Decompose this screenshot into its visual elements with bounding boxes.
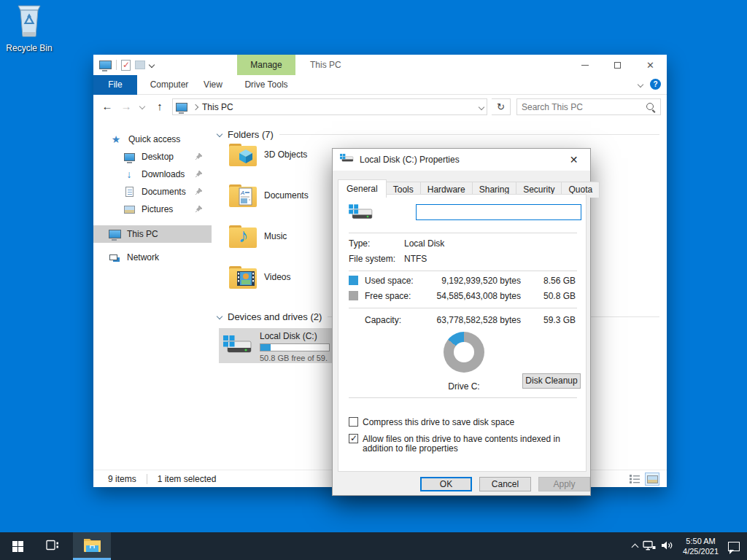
tab-computer[interactable]: Computer: [140, 75, 198, 95]
forward-icon[interactable]: →: [118, 98, 134, 115]
address-row: ← → ↑ This PC ↻: [93, 96, 667, 117]
divider: [147, 474, 147, 484]
folder-tile-3d-objects[interactable]: 3D Objects: [229, 144, 307, 166]
close-button[interactable]: ✕: [634, 55, 667, 75]
refresh-icon: ↻: [497, 101, 505, 112]
sidebar-item-label: This PC: [127, 229, 158, 239]
refresh-button[interactable]: ↻: [492, 98, 511, 115]
network-icon[interactable]: [643, 540, 656, 553]
music-note-icon: ♪: [239, 226, 249, 246]
group-label: Folders (7): [228, 129, 274, 140]
pin-icon: [195, 205, 203, 215]
computer-icon[interactable]: [99, 61, 112, 69]
folder-icon: A: [229, 184, 257, 207]
sidebar-item-network[interactable]: Network: [93, 249, 212, 266]
search-box[interactable]: [516, 98, 661, 115]
size-value: 50.8 GB: [543, 289, 576, 303]
thumbnail-view-button[interactable]: [645, 472, 659, 486]
divider: [349, 308, 577, 308]
action-center-icon[interactable]: [728, 542, 740, 551]
dialog-checkbox[interactable]: Allow files on this drive to have conten…: [349, 434, 578, 454]
search-input[interactable]: [522, 102, 646, 112]
maximize-icon: [614, 62, 621, 69]
cancel-button[interactable]: Cancel: [479, 477, 531, 491]
apply-button[interactable]: Apply: [538, 477, 590, 491]
start-button[interactable]: [0, 532, 35, 560]
ribbon-collapse-icon[interactable]: [638, 81, 643, 87]
search-icon: [646, 102, 656, 112]
tab-view[interactable]: View: [193, 75, 233, 95]
details-view-button[interactable]: [627, 472, 642, 486]
general-tab-page: Type: Local Disk File system: NTFS Used …: [338, 194, 587, 472]
volume-label-input[interactable]: [416, 204, 581, 220]
group-header-folders[interactable]: Folders (7): [217, 128, 659, 141]
address-bar[interactable]: This PC: [172, 98, 487, 115]
size-value: 59.3 GB: [543, 314, 576, 327]
tab-drive-tools[interactable]: Drive Tools: [237, 75, 295, 95]
task-view-button[interactable]: [35, 532, 70, 560]
recycle-bin-label: Recycle Bin: [6, 43, 53, 53]
recent-locations-icon[interactable]: [139, 104, 145, 109]
system-tray: 5:50 AM 4/25/2021: [632, 532, 743, 560]
volume-icon[interactable]: [661, 540, 673, 553]
tray-expand-icon[interactable]: [632, 544, 639, 551]
dialog-titlebar: Local Disk (C:) Properties ✕: [333, 149, 590, 171]
folder-tile-music[interactable]: ♪ Music: [229, 225, 287, 248]
minimize-button[interactable]: [568, 55, 601, 75]
taskbar: 5:50 AM 4/25/2021: [0, 532, 747, 560]
back-icon[interactable]: ←: [99, 98, 115, 115]
minimize-icon: [581, 65, 589, 66]
maximize-button[interactable]: [601, 55, 634, 75]
file-explorer-taskbar-button[interactable]: [73, 532, 111, 560]
document-page-icon: A: [239, 187, 253, 209]
ribbon-tabs: File Computer View Drive Tools ?: [93, 75, 667, 95]
sidebar-item-documents[interactable]: Documents: [93, 183, 212, 201]
sidebar-item-downloads[interactable]: ↓ Downloads: [93, 166, 212, 183]
tab-general[interactable]: General: [338, 179, 387, 198]
field-label: Used space:: [365, 274, 414, 287]
dialog-close-button[interactable]: ✕: [557, 149, 590, 171]
breadcrumb-chevron-icon[interactable]: [193, 104, 198, 109]
help-icon[interactable]: ?: [650, 79, 661, 90]
film-icon: [237, 271, 255, 288]
file-explorer-icon: [83, 537, 101, 555]
recycle-bin-shortcut[interactable]: Recycle Bin: [6, 3, 53, 53]
field-value: Local Disk: [404, 237, 444, 250]
pin-icon: [195, 187, 203, 198]
close-icon: ✕: [570, 154, 578, 166]
folder-icon: ♪: [229, 225, 257, 248]
pin-icon: [195, 152, 203, 163]
folder-tile-videos[interactable]: Videos: [229, 266, 290, 289]
free-space-swatch: [349, 291, 358, 300]
explorer-titlebar: ✓ Manage This PC ✕: [93, 55, 667, 75]
tab-file[interactable]: File: [93, 75, 137, 95]
checkbox-icon[interactable]: [349, 417, 358, 427]
address-dropdown-icon[interactable]: [479, 104, 484, 109]
breadcrumb[interactable]: This PC: [202, 102, 233, 112]
drive-free-text: 50.8 GB free of 59.: [260, 354, 330, 362]
folder-name: 3D Objects: [264, 149, 307, 166]
disk-cleanup-button[interactable]: Disk Cleanup: [522, 373, 581, 389]
pin-icon: [195, 170, 203, 180]
drive-tile-local-disk-c[interactable]: Local Disk (C:) 50.8 GB free of 59.: [219, 328, 339, 363]
up-icon[interactable]: ↑: [152, 98, 168, 115]
checkbox-icon[interactable]: [349, 434, 358, 443]
field-label: File system:: [349, 252, 395, 265]
checkbox-label: Allow files on this drive to have conten…: [363, 434, 578, 454]
taskbar-clock[interactable]: 5:50 AM 4/25/2021: [678, 536, 723, 556]
ok-button[interactable]: OK: [420, 477, 472, 491]
dialog-checkbox[interactable]: Compress this drive to save disk space: [349, 417, 578, 427]
this-pc-icon: [176, 103, 187, 112]
sidebar-item-quick-access[interactable]: ★ Quick access: [93, 131, 212, 148]
sidebar-item-pictures[interactable]: Pictures: [93, 201, 212, 218]
folder-tile-documents[interactable]: A Documents: [229, 184, 309, 207]
monitor-icon: [108, 230, 121, 238]
bytes-value: 54,585,643,008 bytes: [425, 289, 521, 303]
sidebar-item-this-pc[interactable]: This PC: [93, 225, 212, 243]
properties-check-icon[interactable]: ✓: [121, 60, 131, 71]
qat-customize-icon[interactable]: [149, 62, 155, 68]
manage-contextual-tab[interactable]: Manage: [237, 55, 295, 75]
sidebar-item-label: Desktop: [142, 152, 174, 162]
new-folder-icon[interactable]: [135, 61, 145, 69]
sidebar-item-desktop[interactable]: Desktop: [93, 148, 212, 166]
